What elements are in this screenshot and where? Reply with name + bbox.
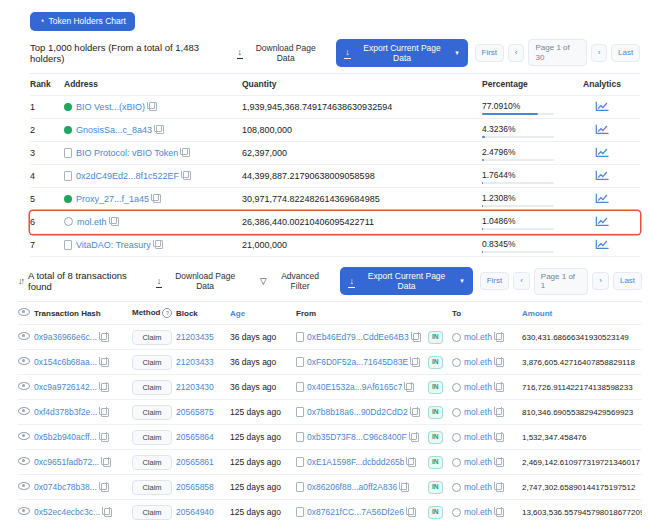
method-badge[interactable]: Claim <box>132 505 172 520</box>
copy-icon[interactable] <box>496 333 504 342</box>
copy-icon[interactable] <box>412 358 420 367</box>
copy-icon[interactable] <box>101 433 109 442</box>
copy-icon[interactable] <box>408 458 416 467</box>
analytics-chart-icon[interactable] <box>595 147 609 158</box>
analytics-chart-icon[interactable] <box>595 124 609 135</box>
copy-icon[interactable] <box>496 383 504 392</box>
method-badge[interactable]: Claim <box>132 330 172 345</box>
download-page-data-button[interactable]: ↓ Download Page Data <box>234 41 330 65</box>
copy-icon[interactable] <box>408 508 416 517</box>
analytics-chart-icon[interactable] <box>595 239 609 250</box>
amount-toggle-link[interactable]: Amount <box>522 309 552 318</box>
eye-icon[interactable] <box>18 457 30 465</box>
last-page-button[interactable]: Last <box>611 44 640 62</box>
copy-icon[interactable] <box>183 171 191 180</box>
copy-icon[interactable] <box>496 358 504 367</box>
eye-icon[interactable] <box>18 507 30 515</box>
copy-icon[interactable] <box>111 217 119 226</box>
copy-icon[interactable] <box>156 125 164 134</box>
from-address-link[interactable]: 0xb35D73F8...C96c8400F <box>307 432 407 442</box>
to-address-link[interactable]: mol.eth <box>464 357 492 367</box>
next-page-button[interactable]: › <box>591 44 608 62</box>
method-badge[interactable]: Claim <box>132 480 172 495</box>
copy-icon[interactable] <box>406 383 414 392</box>
column-eye[interactable] <box>18 308 34 318</box>
copy-icon[interactable] <box>149 102 157 111</box>
tx-prev-page-button[interactable]: ‹ <box>513 272 530 290</box>
copy-icon[interactable] <box>413 333 421 342</box>
holder-address-link[interactable]: GnosisSa...c_8a43 <box>76 125 152 135</box>
copy-icon[interactable] <box>155 240 163 249</box>
copy-icon[interactable] <box>101 483 109 492</box>
to-address-link[interactable]: mol.eth <box>464 382 492 392</box>
to-address-link[interactable]: mol.eth <box>464 332 492 342</box>
block-link[interactable]: 21203435 <box>176 332 214 342</box>
first-page-button[interactable]: First <box>475 44 504 62</box>
copy-icon[interactable] <box>153 194 161 203</box>
analytics-chart-icon[interactable] <box>595 101 609 112</box>
method-badge[interactable]: Claim <box>132 405 172 420</box>
copy-icon[interactable] <box>412 408 420 417</box>
block-link[interactable]: 20565875 <box>176 407 214 417</box>
copy-icon[interactable] <box>496 508 504 517</box>
block-link[interactable]: 20564940 <box>176 507 214 517</box>
tx-export-current-page-button[interactable]: ↓ Export Current Page Data ▾ <box>340 267 472 295</box>
transaction-hash-link[interactable]: 0x154c6b68aa... <box>34 357 97 367</box>
copy-icon[interactable] <box>101 408 109 417</box>
transaction-hash-link[interactable]: 0xf4d378b3f2e... <box>34 407 97 417</box>
eye-icon[interactable] <box>18 407 30 415</box>
holder-address-link[interactable]: mol.eth <box>77 217 107 227</box>
copy-icon[interactable] <box>101 383 109 392</box>
copy-icon[interactable] <box>182 148 190 157</box>
eye-icon[interactable] <box>18 332 30 340</box>
to-address-link[interactable]: mol.eth <box>464 407 492 417</box>
method-badge[interactable]: Claim <box>132 430 172 445</box>
copy-icon[interactable] <box>103 458 111 467</box>
method-badge[interactable]: Claim <box>132 380 172 395</box>
transaction-hash-link[interactable]: 0xc9a9726142... <box>34 382 97 392</box>
holder-address-link[interactable]: Proxy_27...f_1a45 <box>76 194 149 204</box>
holder-address-link[interactable]: VitaDAO: Treasury <box>76 240 151 250</box>
eye-icon[interactable] <box>18 482 30 490</box>
from-address-link[interactable]: 0xF6D0F52a...71645D83E <box>307 357 408 367</box>
transaction-hash-link[interactable]: 0x5b2b940acff... <box>34 432 97 442</box>
to-address-link[interactable]: mol.eth <box>464 457 492 467</box>
transaction-hash-link[interactable]: 0x074bc78b38... <box>34 482 97 492</box>
copy-icon[interactable] <box>496 458 504 467</box>
block-link[interactable]: 20565858 <box>176 482 214 492</box>
block-link[interactable]: 20565861 <box>176 457 214 467</box>
copy-icon[interactable] <box>496 483 504 492</box>
copy-icon[interactable] <box>101 333 109 342</box>
from-address-link[interactable]: 0xEb46Ed79...CddEe64B3 <box>307 332 409 342</box>
holder-address-link[interactable]: 0x2dC49Ed2...8f1c522EF <box>76 171 179 181</box>
from-address-link[interactable]: 0x7b8b18a6...90Dd2CdD2 <box>307 407 408 417</box>
copy-icon[interactable] <box>496 408 504 417</box>
analytics-chart-icon[interactable] <box>595 193 609 204</box>
from-address-link[interactable]: 0x87621fCC...7A56Df2e6 <box>307 507 404 517</box>
tx-first-page-button[interactable]: First <box>480 272 509 290</box>
copy-icon[interactable] <box>411 433 419 442</box>
token-holders-chart-button[interactable]: ◔ Token Holders Chart <box>30 12 135 30</box>
analytics-chart-icon[interactable] <box>595 216 609 227</box>
analytics-chart-icon[interactable] <box>595 170 609 181</box>
tx-download-page-data-button[interactable]: ↓ Download Page Data <box>153 269 249 293</box>
copy-icon[interactable] <box>101 358 109 367</box>
eye-icon[interactable] <box>18 357 30 365</box>
export-current-page-button[interactable]: ↓ Export Current Page Data ▾ <box>336 39 467 67</box>
from-address-link[interactable]: 0x86206f88...a0ff2A836 <box>307 482 397 492</box>
block-link[interactable]: 20565864 <box>176 432 214 442</box>
tx-last-page-button[interactable]: Last <box>613 272 642 290</box>
block-link[interactable]: 21203433 <box>176 357 214 367</box>
method-badge[interactable]: Claim <box>132 355 172 370</box>
tx-next-page-button[interactable]: › <box>592 272 609 290</box>
to-address-link[interactable]: mol.eth <box>464 507 492 517</box>
eye-icon[interactable] <box>18 382 30 390</box>
copy-icon[interactable] <box>104 508 112 517</box>
transaction-hash-link[interactable]: 0xc9651fadb72... <box>34 457 99 467</box>
eye-icon[interactable] <box>18 432 30 440</box>
to-address-link[interactable]: mol.eth <box>464 432 492 442</box>
holder-address-link[interactable]: BIO Protocol: vBIO Token <box>76 148 178 158</box>
copy-icon[interactable] <box>401 483 409 492</box>
holder-address-link[interactable]: BIO Vest...(xBIO) <box>76 102 145 112</box>
advanced-filter-button[interactable]: ▽ Advanced Filter <box>256 269 333 293</box>
